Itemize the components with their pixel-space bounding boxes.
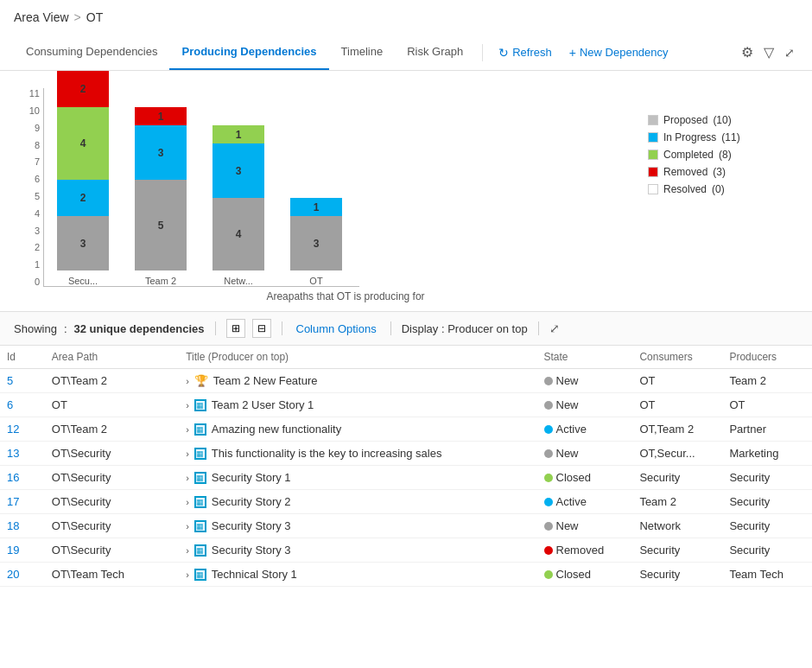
row-expand-chevron[interactable]: › [186,400,189,410]
expand-icon[interactable]: ⤢ [784,46,795,60]
fullscreen-icon[interactable]: ⤢ [549,321,560,335]
row-expand-chevron[interactable]: › [186,521,189,531]
title-text[interactable]: Security Story 2 [212,495,291,508]
cell-consumers: Team 2 [632,490,722,514]
id-link[interactable]: 12 [7,423,19,436]
cell-title: › 🏆 Team 2 New Feature [179,369,536,393]
tab-producing[interactable]: Producing Dependencies [169,35,328,70]
cell-id: 20 [0,563,45,587]
bar-team2-label: Team 2 [145,276,176,286]
cell-area: OT\Team Tech [45,563,179,587]
title-text[interactable]: This functionality is the key to increas… [212,447,442,460]
refresh-button[interactable]: ↻ Refresh [490,39,561,67]
tab-riskgraph[interactable]: Risk Graph [395,35,475,70]
title-text[interactable]: Team 2 New Feature [213,374,318,387]
display-label: Display : Producer on top [402,322,528,335]
row-expand-chevron[interactable]: › [186,424,189,435]
filter-icon[interactable]: ▽ [764,44,774,60]
bar-ot-inprogress: 1 [290,198,342,216]
y-label-3: 3 [17,226,40,236]
id-link[interactable]: 6 [7,398,13,411]
id-link[interactable]: 20 [7,568,19,581]
state-dot [544,474,553,482]
row-expand-chevron[interactable]: › [186,376,189,386]
cell-consumers: OT,Team 2 [632,417,722,442]
expand-all-button[interactable]: ⊞ [226,319,245,338]
legend-proposed: Proposed (10) [648,114,786,126]
breadcrumb: Area View > OT [0,0,812,35]
bar-secu[interactable]: 2 4 2 3 Secu... [57,71,109,286]
chart-x-label: Areapaths that OT is producing for [43,290,648,302]
tab-timeline[interactable]: Timeline [329,35,396,70]
breadcrumb-separator: > [74,10,81,24]
cell-state: Active [537,417,633,442]
cell-area: OT\Security [45,514,179,538]
legend-resolved-color [648,184,658,194]
settings-icon[interactable]: ⚙ [741,44,753,60]
title-text[interactable]: Security Story 3 [212,544,291,557]
cell-title: › ▦ Security Story 2 [179,490,536,514]
row-expand-chevron[interactable]: › [186,449,189,459]
y-label-8: 8 [17,140,40,150]
bar-team2[interactable]: 1 3 5 Team 2 [135,71,187,286]
title-text[interactable]: Security Story 3 [212,519,291,532]
title-text[interactable]: Team 2 User Story 1 [212,398,314,411]
cell-area: OT\Team 2 [45,417,179,442]
cell-producers: Team 2 [722,369,812,393]
column-options-button[interactable]: Column Options [293,321,380,337]
story-icon: ▦ [194,423,206,436]
id-link[interactable]: 5 [7,374,13,387]
toolbar-icons: ⚙ ▽ ⤢ [741,44,798,60]
bar-netw-completed: 1 [213,125,264,143]
id-link[interactable]: 19 [7,544,19,557]
id-link[interactable]: 16 [7,471,19,484]
bar-netw-proposed: 4 [213,198,264,270]
id-link[interactable]: 18 [7,519,19,532]
cell-producers: Security [722,514,812,538]
state-dot [544,425,553,434]
state-text: New [556,398,579,411]
col-header-title: Title (Producer on top) [179,346,536,369]
legend-removed-count: (3) [713,166,726,178]
row-expand-chevron[interactable]: › [186,569,189,580]
table-row: 6 OT › ▦ Team 2 User Story 1 New OT OT [0,393,812,417]
new-dependency-button[interactable]: + New Dependency [561,39,677,67]
cell-title: › ▦ Security Story 3 [179,514,536,538]
table-row: 16 OT\Security › ▦ Security Story 1 Clos… [0,466,812,490]
state-text: Closed [556,568,591,581]
table-row: 5 OT\Team 2 › 🏆 Team 2 New Feature New O… [0,369,812,393]
chart-area: 0 1 2 3 4 5 6 7 8 9 10 11 2 4 [17,88,648,302]
trophy-icon: 🏆 [194,374,208,387]
legend-removed-color [648,167,658,177]
row-expand-chevron[interactable]: › [186,497,189,507]
legend-proposed-color [648,115,658,125]
plus-icon: + [569,46,576,60]
bar-ot-proposed: 3 [290,216,342,270]
legend-completed-count: (8) [719,149,732,161]
legend-completed-label: Completed [663,149,714,161]
tab-consuming[interactable]: Consuming Dependencies [14,35,169,70]
bar-netw[interactable]: 1 3 4 Netw... [213,71,264,286]
y-label-9: 9 [17,123,40,133]
collapse-all-button[interactable]: ⊟ [252,319,271,338]
table-header-row: Id Area Path Title (Producer on top) Sta… [0,346,812,369]
legend-completed-color [648,150,658,160]
bar-team2-proposed: 5 [135,180,187,270]
cell-id: 12 [0,417,45,442]
cell-state: Active [537,490,633,514]
bar-ot[interactable]: 1 3 OT [290,71,342,286]
cell-producers: Marketing [722,442,812,466]
title-text[interactable]: Technical Story 1 [212,568,297,581]
row-expand-chevron[interactable]: › [186,545,189,556]
title-text[interactable]: Amazing new functionality [212,423,341,436]
title-text[interactable]: Security Story 1 [212,471,291,484]
breadcrumb-area[interactable]: Area View [14,10,69,24]
row-expand-chevron[interactable]: › [186,473,189,483]
story-icon: ▦ [194,520,206,532]
legend-completed: Completed (8) [648,149,786,161]
cell-id: 6 [0,393,45,417]
bar-team2-inprogress: 3 [135,125,187,180]
divider-2 [282,321,282,335]
id-link[interactable]: 17 [7,495,19,508]
id-link[interactable]: 13 [7,447,19,460]
